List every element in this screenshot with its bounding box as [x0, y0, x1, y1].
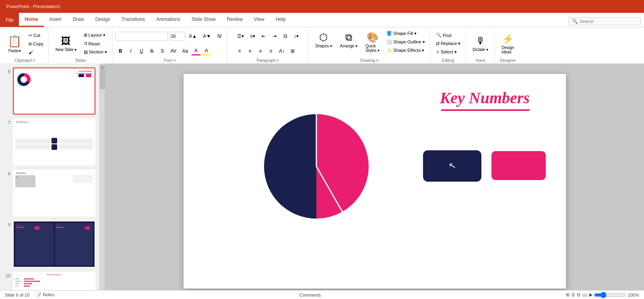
dictate-button[interactable]: 🎙 Dictate ▾: [469, 33, 492, 54]
decrease-indent-button[interactable]: ⇤: [259, 32, 268, 40]
search-icon: 🔍: [572, 18, 578, 24]
shapes-icon: ⬡: [319, 32, 328, 43]
view-slide-sorter-icon[interactable]: ⊟: [577, 292, 580, 297]
layout-icon: ⊞: [84, 33, 87, 38]
slide-canvas[interactable]: Key Numbers ↖: [184, 74, 566, 289]
scroll-up-button[interactable]: ▲: [100, 65, 105, 69]
change-case-button[interactable]: Aa: [180, 47, 190, 55]
view-reading-icon[interactable]: 📖: [582, 292, 588, 297]
decrease-font-size-button[interactable]: A▼: [200, 32, 213, 40]
find-button[interactable]: 🔍 Find: [433, 31, 463, 39]
tab-draw[interactable]: Draw: [67, 13, 90, 27]
replace-icon: ⇄: [436, 41, 440, 46]
shapes-button[interactable]: ⬡ Shapes ▾: [312, 30, 336, 50]
arrange-button[interactable]: ⧉ Arrange ▾: [336, 30, 361, 50]
editing-group: 🔍 Find ⇄ Replace ▾ ⊹ Select ▾ Editing: [431, 29, 466, 63]
design-ideas-button[interactable]: ⚡ DesignIdeas: [498, 31, 518, 56]
slide-thumb-7[interactable]: 7 Areas We Cover: [3, 118, 96, 166]
paragraph-expand-icon[interactable]: ⊡: [276, 59, 279, 62]
find-icon: 🔍: [436, 33, 442, 38]
view-outline-icon[interactable]: ☰: [571, 292, 575, 297]
font-name-input[interactable]: [116, 32, 168, 41]
format-painter-button[interactable]: 🖌: [26, 49, 46, 56]
slide-thumbnail-6[interactable]: Key Numbers: [13, 68, 95, 115]
cut-button[interactable]: ✂Cut: [26, 32, 46, 39]
shape-outline-button[interactable]: ⬜ Shape Outline ▾: [384, 38, 427, 46]
view-normal-icon[interactable]: ⊞: [566, 292, 570, 297]
tab-file[interactable]: File: [0, 13, 19, 27]
reset-button[interactable]: ↺ Reset: [81, 40, 110, 47]
font-color-button[interactable]: A: [191, 47, 201, 55]
notes-button[interactable]: 📝 Notes: [36, 292, 54, 297]
font-expand-icon[interactable]: ⊡: [173, 59, 176, 62]
search-input[interactable]: [580, 19, 637, 24]
clipboard-expand-icon[interactable]: ⊡: [33, 59, 35, 62]
slide-thumb-9[interactable]: 9 Mission text lines here Vi: [3, 220, 96, 268]
align-center-button[interactable]: ≡: [245, 47, 255, 55]
italic-button[interactable]: I: [126, 47, 136, 55]
design-ideas-icon: ⚡: [502, 33, 514, 45]
justify-button[interactable]: ≡: [266, 47, 276, 55]
quick-styles-button[interactable]: 🎨 QuickStyles ▾: [362, 30, 383, 55]
bullets-button[interactable]: ☰▾: [235, 32, 246, 40]
columns-button[interactable]: ⊟: [281, 32, 290, 40]
shape-dark-blue[interactable]: ↖: [423, 150, 481, 182]
replace-button[interactable]: ⇄ Replace ▾: [433, 40, 463, 47]
slide-thumb-8[interactable]: 8 A Brief Story 🌍: [3, 169, 96, 217]
char-spacing-button[interactable]: AV: [168, 47, 179, 55]
shadow-button[interactable]: S: [157, 47, 167, 55]
clear-format-button[interactable]: Ⅳ: [215, 32, 224, 40]
slide-title: Key Numbers: [440, 88, 530, 107]
drawing-group: ⬡ Shapes ▾ ⧉ Arrange ▾ 🎨 QuickStyles ▾ 🪣…: [309, 29, 430, 63]
shape-fill-icon: 🪣: [386, 31, 392, 36]
title-underline: [441, 109, 530, 111]
copy-button[interactable]: ⧉Copy: [26, 40, 46, 48]
shape-fill-button[interactable]: 🪣 Shape Fill ▾: [384, 30, 427, 37]
view-slideshow-icon[interactable]: ▶: [589, 292, 592, 297]
tab-design[interactable]: Design: [90, 13, 116, 27]
increase-indent-button[interactable]: ⇥: [270, 32, 279, 40]
comments-count[interactable]: Comments: [299, 293, 321, 297]
strikethrough-button[interactable]: S: [147, 47, 157, 55]
font-size-input[interactable]: [169, 32, 185, 41]
smart-art-button[interactable]: ⊞: [288, 47, 297, 55]
slide-thumb-6[interactable]: 6 Key Numbers: [3, 67, 96, 115]
bold-button[interactable]: B: [116, 47, 125, 55]
slide-info: Slide 6 of 10: [5, 293, 29, 297]
tab-insert[interactable]: Insert: [44, 13, 67, 27]
tab-home[interactable]: Home: [19, 13, 43, 27]
highlight-color-button[interactable]: A: [202, 47, 211, 55]
zoom-slider[interactable]: [594, 292, 626, 298]
shape-outline-icon: ⬜: [386, 39, 392, 45]
tab-transitions[interactable]: Transitions: [116, 13, 151, 27]
slide-thumbnail-8[interactable]: A Brief Story 🌍: [13, 170, 95, 217]
svg-point-1: [21, 76, 27, 83]
tab-review[interactable]: Review: [221, 13, 248, 27]
align-left-button[interactable]: ≡: [235, 47, 244, 55]
text-direction-button[interactable]: A↕: [277, 47, 287, 55]
paragraph-group: ☰▾ ≡▾ ⇤ ⇥ ⊟ ↕▾ ≡ ≡ ≡ ≡ A↕ ⊞ Paragraph: [228, 29, 308, 63]
copy-icon: ⧉: [29, 41, 32, 47]
numbering-button[interactable]: ≡▾: [248, 32, 258, 40]
tab-help[interactable]: Help: [270, 13, 291, 27]
drawing-expand-icon[interactable]: ⊡: [376, 59, 379, 62]
new-slide-button[interactable]: 🖼 New Slide ▾: [52, 33, 80, 54]
shape-pink[interactable]: [491, 151, 546, 180]
section-button[interactable]: ▤ Section ▾: [81, 48, 110, 56]
paste-button[interactable]: 📋 Paste ▾: [4, 33, 25, 55]
slide-thumbnail-7[interactable]: Areas We Cover: [13, 119, 95, 166]
tab-slideshow[interactable]: Slide Show: [186, 13, 221, 27]
underline-button[interactable]: U: [136, 47, 146, 55]
line-spacing-button[interactable]: ↕▾: [291, 32, 301, 40]
layout-button[interactable]: ⊞ Layout ▾: [81, 31, 110, 39]
tab-view[interactable]: View: [248, 13, 270, 27]
tab-animations[interactable]: Animations: [151, 13, 186, 27]
increase-font-size-button[interactable]: A▲: [186, 32, 199, 40]
slides-group: 🖼 New Slide ▾ ⊞ Layout ▾ ↺ Reset ▤ Secti…: [50, 29, 113, 63]
slide-thumbnail-9[interactable]: Mission text lines here Vision text line…: [13, 221, 95, 268]
shape-effects-button[interactable]: ✨ Shape Effects ▾: [384, 47, 427, 54]
select-button[interactable]: ⊹ Select ▾: [433, 48, 463, 56]
align-right-button[interactable]: ≡: [256, 47, 265, 55]
new-slide-icon: 🖼: [61, 35, 71, 47]
search-container: 🔍: [565, 16, 644, 27]
